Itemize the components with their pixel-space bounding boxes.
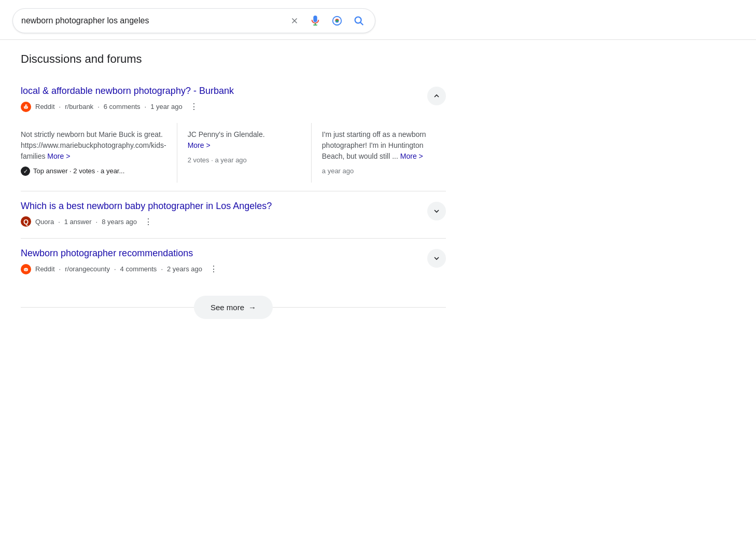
collapse-btn-2[interactable] [427, 202, 446, 220]
subreddit-3: r/orangecounty [65, 265, 110, 273]
reddit-icon-1 [21, 102, 31, 112]
discussion-2-header-left: Which is a best newborn baby photographe… [21, 200, 272, 234]
svg-line-7 [360, 22, 363, 25]
svg-point-12 [24, 105, 25, 106]
main-content: Discussions and forums local & affordabl… [0, 40, 467, 331]
discussion-1-header[interactable]: local & affordable newborn photography? … [21, 76, 446, 123]
see-more-container: See more → [21, 296, 446, 319]
comments-1: 6 comments [104, 103, 141, 110]
expanded-content-1: Not strictly newborn but Marie Buck is g… [21, 123, 446, 183]
discussion-item: local & affordable newborn photography? … [21, 76, 446, 191]
content-col-1-3: I'm just starting off as a newborn photo… [312, 123, 446, 183]
collapse-btn-1[interactable] [427, 87, 446, 105]
more-options-1[interactable]: ⋮ [187, 101, 201, 113]
source-name-2: Quora [35, 218, 54, 226]
see-more-line-left [21, 307, 194, 308]
more-link-1-1[interactable]: More > [47, 152, 70, 160]
search-bar-area [0, 0, 756, 40]
voice-search-button[interactable] [307, 13, 323, 29]
collapse-btn-3[interactable] [427, 249, 446, 268]
discussion-2-title[interactable]: Which is a best newborn baby photographe… [21, 201, 272, 211]
search-icons [288, 13, 367, 29]
discussion-item-2: Which is a best newborn baby photographe… [21, 191, 446, 239]
see-more-arrow: → [248, 303, 256, 312]
discussion-item-3: Newborn photographer recommendations Red… [21, 239, 446, 285]
col-1-2-text: JC Penny's in Glendale. [188, 129, 301, 140]
search-bar [12, 8, 375, 33]
top-answer-label: Top answer · 2 votes · a year... [33, 166, 124, 176]
discussion-1-title[interactable]: local & affordable newborn photography? … [21, 86, 234, 96]
clear-button[interactable] [288, 14, 301, 27]
svg-point-11 [26, 106, 27, 107]
search-button[interactable] [351, 13, 367, 29]
subreddit-1: r/burbank [65, 103, 93, 110]
check-icon: ✓ [21, 167, 30, 176]
discussion-3-meta: Reddit · r/orangecounty · 4 comments · 2… [21, 263, 221, 275]
more-options-2[interactable]: ⋮ [141, 216, 156, 228]
see-more-label: See more [211, 303, 244, 312]
svg-point-10 [25, 106, 26, 107]
svg-point-18 [26, 269, 27, 270]
comments-3: 4 comments [120, 265, 157, 273]
source-name-3: Reddit [35, 265, 55, 273]
section-title: Discussions and forums [21, 52, 446, 66]
svg-point-6 [355, 17, 361, 23]
quora-icon: Q [21, 216, 31, 227]
svg-point-13 [27, 105, 28, 106]
content-col-1-1: Not strictly newborn but Marie Buck is g… [21, 123, 177, 183]
more-link-1-3[interactable]: More > [400, 152, 423, 160]
discussion-3-header[interactable]: Newborn photographer recommendations Red… [21, 239, 446, 285]
lens-button[interactable] [329, 13, 345, 29]
discussion-1-header-left: local & affordable newborn photography? … [21, 85, 234, 119]
discussion-2-meta: Q Quora · 1 answer · 8 years ago ⋮ [21, 216, 272, 228]
more-link-1-2[interactable]: More > [188, 141, 211, 149]
more-options-3[interactable]: ⋮ [206, 263, 221, 275]
discussion-3-header-left: Newborn photographer recommendations Red… [21, 247, 221, 281]
discussion-2-header[interactable]: Which is a best newborn baby photographe… [21, 191, 446, 238]
time-ago-1: 1 year ago [150, 103, 182, 110]
see-more-line-right [273, 307, 446, 308]
reddit-icon-3 [21, 264, 31, 274]
col-1-3-meta: a year ago [322, 166, 436, 176]
discussion-3-title[interactable]: Newborn photographer recommendations [21, 248, 193, 258]
col-1-1-text: Not strictly newborn but Marie Buck is g… [21, 130, 166, 160]
svg-point-17 [25, 269, 26, 270]
col-1-2-meta: 2 votes · a year ago [188, 155, 301, 165]
source-name-1: Reddit [35, 103, 55, 110]
svg-point-5 [336, 20, 339, 22]
time-ago-2: 8 years ago [102, 218, 137, 226]
see-more-button[interactable]: See more → [194, 296, 273, 319]
time-ago-3: 2 years ago [167, 265, 202, 273]
answers-2: 1 answer [64, 218, 92, 226]
discussion-1-meta: Reddit · r/burbank · 6 comments · 1 year… [21, 101, 234, 113]
search-input[interactable] [21, 16, 288, 25]
content-col-1-2: JC Penny's in Glendale. More > 2 votes ·… [177, 123, 312, 183]
top-answer-badge: ✓ Top answer · 2 votes · a year... [21, 166, 166, 176]
